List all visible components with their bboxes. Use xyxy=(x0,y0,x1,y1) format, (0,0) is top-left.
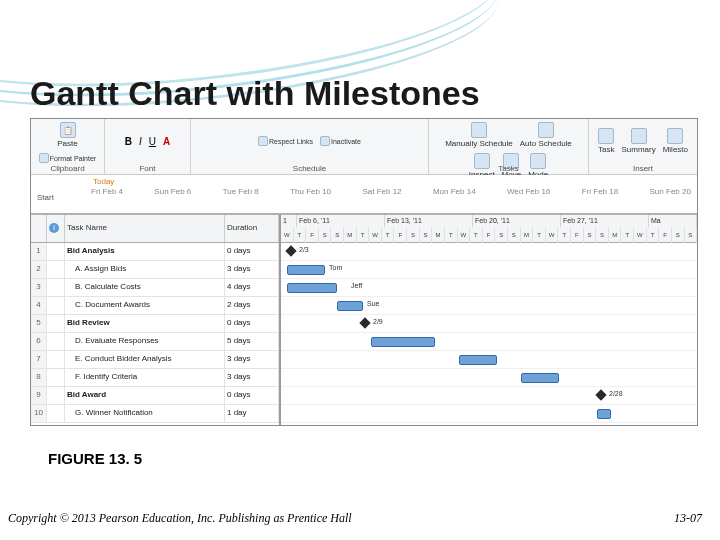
task-name-cell[interactable]: D. Evaluate Responses xyxy=(65,333,225,350)
row-info-cell xyxy=(47,261,65,278)
gantt-bar[interactable] xyxy=(597,409,611,419)
table-row[interactable]: 6D. Evaluate Responses5 days xyxy=(31,333,279,351)
day-header: S xyxy=(584,227,597,243)
day-header: S xyxy=(495,227,508,243)
table-row[interactable]: 3B. Calculate Costs4 days xyxy=(31,279,279,297)
milestone-label: 2/28 xyxy=(609,390,623,397)
day-header: F xyxy=(483,227,496,243)
gantt-bar[interactable] xyxy=(337,301,363,311)
duration-cell[interactable]: 0 days xyxy=(225,243,279,260)
day-header: W xyxy=(546,227,559,243)
row-id: 7 xyxy=(31,351,47,368)
duration-cell[interactable]: 0 days xyxy=(225,315,279,332)
timeline-date: Sun Feb 6 xyxy=(154,187,191,196)
table-row[interactable]: 1Bid Analysis0 days xyxy=(31,243,279,261)
row-info-cell xyxy=(47,243,65,260)
timeline-date: Fri Feb 18 xyxy=(582,187,618,196)
timeline-date: Wed Feb 16 xyxy=(507,187,550,196)
insert-milestone-button[interactable]: Milesto xyxy=(661,127,690,155)
calendar-header: 1 Feb 6, '11 Feb 13, '11 Feb 20, '11 Feb… xyxy=(281,215,697,243)
bar-label: Tom xyxy=(329,264,342,271)
timeline-date: Tue Feb 8 xyxy=(223,187,259,196)
duration-cell[interactable]: 0 days xyxy=(225,387,279,404)
task-name-cell[interactable]: A. Assign Bids xyxy=(65,261,225,278)
duration-cell[interactable]: 2 days xyxy=(225,297,279,314)
group-label-font: Font xyxy=(139,163,155,174)
table-row[interactable]: 4C. Document Awards2 days xyxy=(31,297,279,315)
insert-summary-button[interactable]: Summary xyxy=(619,127,657,155)
italic-button[interactable]: I xyxy=(137,136,144,147)
underline-button[interactable]: U xyxy=(147,136,158,147)
duration-cell[interactable]: 3 days xyxy=(225,261,279,278)
day-header: T xyxy=(558,227,571,243)
row-id: 6 xyxy=(31,333,47,350)
duration-cell[interactable]: 3 days xyxy=(225,351,279,368)
ms-project-window: 📋Paste Format Painter Clipboard B I U A … xyxy=(30,118,698,426)
day-header: W xyxy=(458,227,471,243)
row-info-cell xyxy=(47,387,65,404)
font-color-button[interactable]: A xyxy=(161,136,172,147)
duration-cell[interactable]: 4 days xyxy=(225,279,279,296)
task-name-cell[interactable]: Bid Award xyxy=(65,387,225,404)
table-row[interactable]: 9Bid Award0 days xyxy=(31,387,279,405)
milestone-marker[interactable] xyxy=(285,245,296,256)
day-header: S xyxy=(596,227,609,243)
inactivate-icon xyxy=(320,136,330,146)
task-name-cell[interactable]: E. Conduct Bidder Analysis xyxy=(65,351,225,368)
bar-label: Sue xyxy=(367,300,379,307)
paste-icon: 📋 xyxy=(60,122,76,138)
col-header-info[interactable]: i xyxy=(47,215,65,242)
inspect-icon xyxy=(474,153,490,169)
table-row[interactable]: 2A. Assign Bids3 days xyxy=(31,261,279,279)
bar-label: Jeff xyxy=(351,282,362,289)
row-id: 2 xyxy=(31,261,47,278)
day-header: T xyxy=(294,227,307,243)
milestone-marker[interactable] xyxy=(359,317,370,328)
task-name-cell[interactable]: G. Winner Notification xyxy=(65,405,225,422)
task-name-cell[interactable]: B. Calculate Costs xyxy=(65,279,225,296)
gantt-bar[interactable] xyxy=(521,373,559,383)
task-name-cell[interactable]: Bid Analysis xyxy=(65,243,225,260)
gantt-bar[interactable] xyxy=(287,265,325,275)
task-name-cell[interactable]: F. Identify Criteria xyxy=(65,369,225,386)
timeline-start-label: Start xyxy=(37,193,54,202)
pin-icon xyxy=(471,122,487,138)
table-row[interactable]: 5Bid Review0 days xyxy=(31,315,279,333)
day-header: S xyxy=(685,227,698,243)
table-row[interactable]: 7E. Conduct Bidder Analysis3 days xyxy=(31,351,279,369)
paste-button[interactable]: 📋Paste xyxy=(55,121,79,149)
duration-cell[interactable]: 1 day xyxy=(225,405,279,422)
task-icon xyxy=(598,128,614,144)
gantt-bar[interactable] xyxy=(371,337,435,347)
col-header-duration[interactable]: Duration xyxy=(225,215,279,242)
table-row[interactable]: 10G. Winner Notification1 day xyxy=(31,405,279,423)
table-row[interactable]: 8F. Identify Criteria3 days xyxy=(31,369,279,387)
copyright-text: Copyright © 2013 Pearson Education, Inc.… xyxy=(8,511,352,526)
gantt-chart[interactable]: 1 Feb 6, '11 Feb 13, '11 Feb 20, '11 Feb… xyxy=(281,215,697,425)
day-header: T xyxy=(382,227,395,243)
duration-cell[interactable]: 5 days xyxy=(225,333,279,350)
col-header-task-name[interactable]: Task Name xyxy=(65,215,225,242)
day-header: T xyxy=(470,227,483,243)
inactivate-button[interactable]: Inactivate xyxy=(318,135,363,147)
respect-links-button[interactable]: Respect Links xyxy=(256,135,315,147)
insert-task-button[interactable]: Task xyxy=(596,127,616,155)
day-header: M xyxy=(609,227,622,243)
milestone-label: 2/9 xyxy=(373,318,383,325)
duration-cell[interactable]: 3 days xyxy=(225,369,279,386)
timeline-date: Mon Feb 14 xyxy=(433,187,476,196)
auto-schedule-button[interactable]: Auto Schedule xyxy=(518,121,574,149)
page-number: 13-07 xyxy=(674,511,702,526)
manually-schedule-button[interactable]: Manually Schedule xyxy=(443,121,515,149)
milestone-label: 2/3 xyxy=(299,246,309,253)
timeline-date: Sat Feb 12 xyxy=(362,187,401,196)
col-header-id[interactable] xyxy=(31,215,47,242)
day-header: W xyxy=(634,227,647,243)
gantt-bar[interactable] xyxy=(287,283,337,293)
gantt-bar[interactable] xyxy=(459,355,497,365)
milestone-marker[interactable] xyxy=(595,389,606,400)
task-name-cell[interactable]: Bid Review xyxy=(65,315,225,332)
task-name-cell[interactable]: C. Document Awards xyxy=(65,297,225,314)
today-marker: Today xyxy=(93,177,114,186)
bold-button[interactable]: B xyxy=(123,136,134,147)
